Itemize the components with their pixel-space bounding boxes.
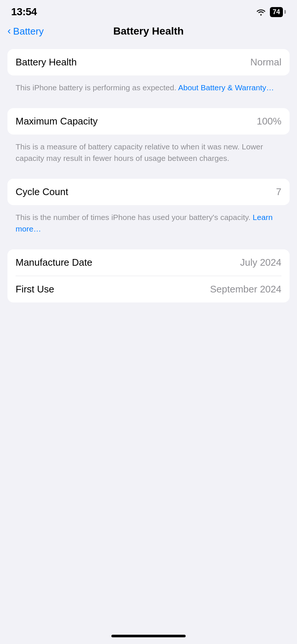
battery-percent: 74: [270, 7, 283, 17]
battery-health-label: Battery Health: [16, 56, 77, 68]
battery-health-row: Battery Health Normal: [7, 49, 290, 75]
maximum-capacity-card: Maximum Capacity 100%: [7, 108, 290, 135]
back-label: Battery: [13, 26, 43, 37]
battery-health-section: Battery Health Normal This iPhone batter…: [7, 49, 290, 99]
battery-indicator: 74: [270, 7, 286, 17]
manufacture-date-value: July 2024: [240, 257, 281, 268]
maximum-capacity-label: Maximum Capacity: [16, 116, 98, 127]
battery-tip: [284, 10, 286, 14]
battery-warranty-link[interactable]: About Battery & Warranty…: [178, 83, 274, 92]
cycle-count-value: 7: [276, 186, 281, 198]
home-indicator: [111, 635, 186, 637]
cycle-count-section: Cycle Count 7 This is the number of time…: [7, 179, 290, 240]
status-time: 13:54: [11, 6, 37, 18]
cycle-count-row: Cycle Count 7: [7, 179, 290, 205]
maximum-capacity-row: Maximum Capacity 100%: [7, 108, 290, 135]
manufacture-date-label: Manufacture Date: [16, 257, 92, 268]
first-use-value: September 2024: [210, 284, 281, 295]
maximum-capacity-description: This is a measure of battery capacity re…: [7, 137, 290, 170]
page-title: Battery Health: [113, 25, 184, 37]
dates-section: Manufacture Date July 2024 First Use Sep…: [7, 249, 290, 302]
battery-health-card: Battery Health Normal: [7, 49, 290, 75]
cycle-count-desc-text: This is the number of times iPhone has u…: [16, 213, 251, 221]
battery-health-desc-text: This iPhone battery is performing as exp…: [16, 83, 176, 92]
first-use-label: First Use: [16, 284, 54, 295]
status-icons: 74: [256, 7, 286, 17]
back-button[interactable]: ‹ Battery: [7, 26, 44, 37]
battery-health-value: Normal: [250, 56, 281, 68]
maximum-capacity-value: 100%: [257, 116, 282, 127]
back-chevron-icon: ‹: [7, 26, 11, 36]
first-use-row: First Use September 2024: [7, 276, 290, 302]
nav-header: ‹ Battery Battery Health: [0, 22, 297, 43]
maximum-capacity-desc-text: This is a measure of battery capacity re…: [16, 142, 263, 162]
battery-health-description: This iPhone battery is performing as exp…: [7, 78, 290, 99]
content-area: Battery Health Normal This iPhone batter…: [0, 43, 297, 317]
status-bar: 13:54 74: [0, 0, 297, 22]
maximum-capacity-section: Maximum Capacity 100% This is a measure …: [7, 108, 290, 170]
cycle-count-card: Cycle Count 7: [7, 179, 290, 205]
cycle-count-label: Cycle Count: [16, 186, 68, 198]
manufacture-date-row: Manufacture Date July 2024: [7, 249, 290, 276]
cycle-count-description: This is the number of times iPhone has u…: [7, 208, 290, 240]
wifi-icon: [256, 8, 266, 16]
dates-card: Manufacture Date July 2024 First Use Sep…: [7, 249, 290, 302]
